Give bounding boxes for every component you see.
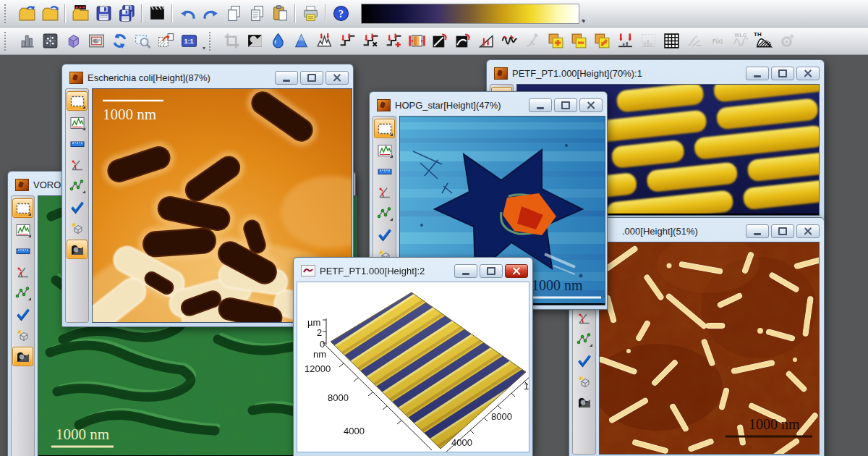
open-recent-icon[interactable] xyxy=(69,2,92,25)
tool-select-rectangle[interactable] xyxy=(374,119,395,138)
color-range-icon[interactable] xyxy=(405,30,428,53)
tool-polyline[interactable] xyxy=(13,284,33,302)
mask-subtract-icon[interactable] xyxy=(567,30,590,53)
grid-mesh-icon[interactable] xyxy=(660,30,683,53)
titlebar-petf1[interactable]: PETF_PT1.000[Height](70%):1 xyxy=(490,60,821,84)
tool-angle-measure[interactable] xyxy=(13,263,33,281)
force-fz-icon[interactable]: F(z) xyxy=(706,30,729,53)
tool-ruler[interactable] xyxy=(375,162,394,180)
surface-3d-plot[interactable]: µm 2 0 nm 12000 8000 4000 4000 8000 1 xyxy=(297,282,529,452)
maximize-button[interactable] xyxy=(771,67,794,80)
threshold-th-icon[interactable]: TH xyxy=(752,30,775,53)
minimize-button[interactable] xyxy=(454,264,477,278)
one-to-one-icon[interactable]: 1:1 xyxy=(177,30,200,53)
crop-icon[interactable] xyxy=(220,30,243,53)
fit-branch-icon[interactable] xyxy=(683,30,706,53)
minimize-button[interactable] xyxy=(275,71,298,85)
scatter-points-icon[interactable] xyxy=(38,30,61,53)
print-icon[interactable] xyxy=(299,2,322,25)
toolbar-grip[interactable] xyxy=(209,32,216,51)
undo-icon[interactable] xyxy=(176,2,199,25)
tool-polyline[interactable] xyxy=(375,204,394,222)
tool-select-rectangle[interactable] xyxy=(67,91,88,111)
wlc-fit-icon[interactable]: WLC xyxy=(729,30,752,53)
open-file-icon[interactable] xyxy=(15,2,38,25)
tool-ruler[interactable] xyxy=(67,135,87,153)
maximize-button[interactable] xyxy=(300,71,323,85)
titlebar-hopg[interactable]: HOPG_star[Height](47%) xyxy=(373,92,604,116)
titlebar-fifty[interactable]: .000[Height](51%) xyxy=(572,218,821,242)
tool-mask-shape[interactable] xyxy=(574,393,594,411)
close-button[interactable] xyxy=(796,67,820,80)
paste-icon[interactable] xyxy=(268,2,292,25)
refresh-icon[interactable] xyxy=(108,30,131,53)
tool-ruler[interactable] xyxy=(13,242,33,260)
save-file-icon[interactable] xyxy=(92,2,115,25)
afm-image-nanorods[interactable]: 1000 nm xyxy=(599,242,820,455)
copy-with-text-icon[interactable] xyxy=(245,2,268,25)
noise-filter-icon[interactable] xyxy=(498,30,521,53)
minimize-button[interactable] xyxy=(746,67,769,80)
redo-icon[interactable] xyxy=(199,2,222,25)
histogram-icon[interactable] xyxy=(15,30,38,53)
close-button[interactable] xyxy=(505,264,528,278)
copy-icon[interactable] xyxy=(222,2,245,25)
maximize-button[interactable] xyxy=(771,224,794,238)
image-preview-icon[interactable] xyxy=(85,30,108,53)
step-correction-icon[interactable] xyxy=(336,30,359,53)
palette-dropdown-icon[interactable]: ▾ xyxy=(582,18,585,25)
tool-render-3d[interactable] xyxy=(574,372,594,390)
step-remove-icon[interactable] xyxy=(359,30,382,53)
movie-export-icon[interactable] xyxy=(145,2,169,25)
titlebar-petf2[interactable]: PETF_PT1.000[Height]:2 xyxy=(297,258,529,282)
tool-apply-check[interactable] xyxy=(574,351,594,369)
tool-mask-shape[interactable] xyxy=(12,347,33,366)
toolbar-overflow-button[interactable]: ▾ xyxy=(200,30,208,53)
mask-threshold-icon[interactable] xyxy=(243,30,266,53)
view-3d-icon[interactable] xyxy=(61,30,85,53)
minimize-button[interactable] xyxy=(746,224,769,238)
peak-triangle-icon[interactable] xyxy=(289,30,312,53)
tool-polyline[interactable] xyxy=(574,330,594,348)
terrace-icon[interactable] xyxy=(521,30,544,53)
tool-select-rectangle[interactable] xyxy=(12,198,33,218)
tool-render-3d[interactable] xyxy=(13,326,33,344)
maximize-button[interactable] xyxy=(480,264,503,278)
copy-region-icon[interactable] xyxy=(154,30,177,53)
profile-extract-icon[interactable] xyxy=(312,30,336,53)
grain-distribution-icon[interactable] xyxy=(637,30,660,53)
tool-angle-measure[interactable] xyxy=(67,156,87,174)
zoom-selection-icon[interactable] xyxy=(131,30,154,53)
close-button[interactable] xyxy=(326,71,349,85)
tool-angle-measure[interactable] xyxy=(574,309,594,327)
tool-apply-check[interactable] xyxy=(13,305,33,323)
tool-polyline[interactable] xyxy=(67,177,87,195)
minimize-button[interactable] xyxy=(529,98,552,112)
slope-correction-icon[interactable] xyxy=(475,30,498,53)
help-icon[interactable]: ? xyxy=(329,2,352,25)
droplet-icon[interactable] xyxy=(266,30,289,53)
maximize-button[interactable] xyxy=(554,98,577,112)
line-correction-icon[interactable] xyxy=(428,30,451,53)
toolbar-grip[interactable] xyxy=(4,4,12,23)
tool-mask-shape[interactable] xyxy=(67,240,88,259)
settings-gear-icon[interactable] xyxy=(775,30,799,53)
curve-correction-icon[interactable] xyxy=(451,30,475,53)
tool-apply-check[interactable] xyxy=(67,198,87,216)
tool-profile-graph[interactable] xyxy=(67,114,87,132)
save-all-icon[interactable] xyxy=(115,2,138,25)
tool-apply-check[interactable] xyxy=(375,225,394,243)
tool-render-3d[interactable] xyxy=(67,219,87,237)
close-button[interactable] xyxy=(579,98,603,112)
mask-add-icon[interactable] xyxy=(544,30,567,53)
toolbar-grip[interactable] xyxy=(4,32,12,51)
step-add-icon[interactable] xyxy=(382,30,405,53)
close-button[interactable] xyxy=(796,224,820,238)
open-file-alt-icon[interactable] xyxy=(38,2,61,25)
tool-profile-graph[interactable] xyxy=(375,141,394,159)
grain-marking-icon[interactable] xyxy=(613,30,637,53)
titlebar-ecoli[interactable]: Escherichia coli[Height](87%) xyxy=(65,64,350,88)
color-palette-bar[interactable]: ▾ xyxy=(361,4,579,24)
tool-angle-measure[interactable] xyxy=(375,183,394,201)
tool-profile-graph[interactable] xyxy=(13,221,33,239)
